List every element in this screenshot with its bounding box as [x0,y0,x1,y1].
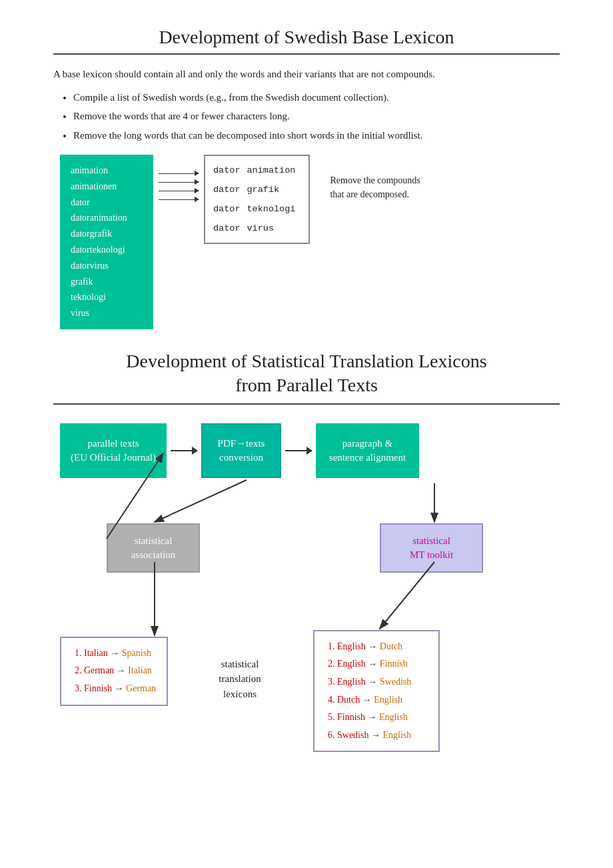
svg-line-3 [155,480,247,522]
pdf-label: PDF→textsconversion [218,438,265,463]
section2-divider [53,403,560,405]
lexicon-diagram: animation animationen dator datoranimati… [60,155,560,329]
arrow-2 [159,182,199,183]
decomp-row1-col2: animation [247,161,301,179]
left-list: Italian → Spanish German → Italian Finni… [72,645,156,698]
decomposed-box: datoranimation datorgrafik datorteknolog… [204,155,310,244]
left-list-box: Italian → Spanish German → Italian Finni… [60,637,168,706]
decomp-row3-col2: teknologi [247,200,301,218]
word-datorgrafik: datorgrafik [71,229,112,239]
paragraph-label: paragraph &sentence alignment [329,438,406,463]
word-dator: dator [71,197,90,207]
right-list: English → Dutch English → Finnish Englis… [325,638,428,745]
paragraph-box: paragraph &sentence alignment [316,423,419,478]
left-list-area: Italian → Spanish German → Italian Finni… [60,637,168,706]
remove-text: Remove the compounds that are decomposed… [330,155,430,201]
bullet-list: Compile a list of Swedish words (e.g., f… [73,90,560,143]
section1-title: Development of Swedish Base Lexicon [53,27,560,48]
right-list-area: English → Dutch English → Finnish Englis… [313,630,440,753]
word-datoranimation: datoranimation [71,213,127,223]
bullet-item-3: Remove the long words that can be decomp… [73,128,560,143]
word-animationen: animationen [71,181,117,191]
arrow-4 [159,199,199,200]
decomp-row4-col2: virus [247,219,301,237]
stat-assoc-area: statisticalassociation [107,523,200,573]
parallel-texts-label: parallel texts(EU Official Journal) [71,438,156,463]
word-datorvirus: datorvirus [71,261,109,271]
arrow-pdf-paragraph [285,450,312,451]
flow-diagram: parallel texts(EU Official Journal) PDF→… [53,417,560,737]
stat-assoc-box: statisticalassociation [107,523,200,573]
word-teknologi: teknologi [71,292,106,302]
arrow-3 [159,191,199,191]
word-animation: animation [71,165,108,175]
decomp-row4-col1: dator [213,219,246,237]
stat-mt-area: statisticalMT toolkit [380,523,483,573]
bullet-item-1: Compile a list of Swedish words (e.g., f… [73,90,560,105]
decomp-row2-col2: grafik [247,181,301,199]
decomp-row3-col1: dator [213,200,246,218]
decomp-row1-col1: dator [213,161,246,179]
right-item-4: Dutch → English [337,691,428,709]
word-datorteknologi: datorteknologi [71,245,125,255]
right-item-3: English → Swedish [337,673,428,691]
intro-text: A base lexicon should contain all and on… [53,67,560,82]
stat-trans-label: statisticaltranslationlexicons [197,650,283,709]
section2-title: Development of Statistical Translation L… [53,349,560,398]
word-grafik: grafik [71,277,93,287]
decomp-row2-col1: dator [213,181,246,199]
top-row: parallel texts(EU Official Journal) PDF→… [60,423,419,478]
bullet-item-2: Remove the words that are 4 or fewer cha… [73,109,560,124]
right-item-1: English → Dutch [337,638,428,656]
stat-mt-box: statisticalMT toolkit [380,523,483,573]
arrow-parallel-pdf [171,450,197,451]
arrow-lines [159,155,199,204]
pdf-conversion-box: PDF→textsconversion [201,423,281,478]
parallel-texts-box: parallel texts(EU Official Journal) [60,423,167,478]
stat-trans-area: statisticaltranslationlexicons [197,650,283,709]
section1-divider [53,53,560,55]
right-item-2: English → Finnish [337,655,428,673]
wordlist-box: animation animationen dator datoranimati… [60,155,153,329]
right-item-6: Swedish → English [337,727,428,745]
word-virus: virus [71,308,89,318]
left-item-3: Finnish → German [84,680,156,698]
arrow-1 [159,173,199,174]
stat-mt-label: statisticalMT toolkit [410,535,453,560]
right-item-5: Finnish → English [337,709,428,727]
left-item-1: Italian → Spanish [84,645,156,663]
stat-assoc-label: statisticalassociation [131,535,176,560]
right-list-box: English → Dutch English → Finnish Englis… [313,630,440,753]
left-item-2: German → Italian [84,662,156,680]
